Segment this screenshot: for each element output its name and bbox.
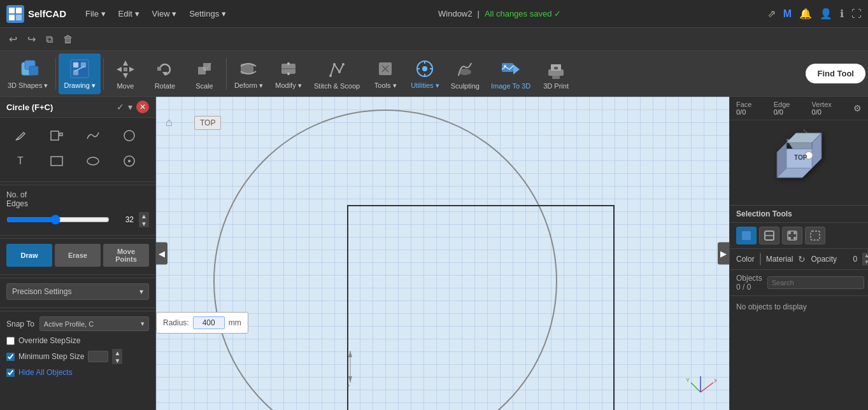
tool-image-to-3d[interactable]: Image To 3D bbox=[486, 53, 536, 94]
edges-increment[interactable]: ▲ bbox=[139, 212, 149, 220]
edges-section: No. ofEdges 32 ▲ ▼ bbox=[0, 185, 155, 232]
edges-decrement[interactable]: ▼ bbox=[139, 220, 149, 227]
selection-tools-label: Selection Tools bbox=[730, 206, 868, 223]
tool-tools[interactable]: Tools ▾ bbox=[366, 53, 404, 94]
tool-3d-print[interactable]: 3D Print bbox=[537, 53, 575, 94]
svg-text:+: + bbox=[347, 383, 350, 389]
canvas-nav-left[interactable]: ◀ bbox=[156, 243, 167, 265]
tool-drawing-label: Drawing ▾ bbox=[64, 81, 95, 90]
panel-close-button[interactable]: ✕ bbox=[136, 101, 149, 113]
sel-face-icon[interactable] bbox=[736, 227, 757, 244]
tool-stitch-scoop[interactable]: Stitch & Scoop bbox=[309, 53, 365, 94]
erase-button[interactable]: Erase bbox=[55, 244, 101, 267]
tool-modify[interactable]: Modify ▾ bbox=[269, 53, 308, 94]
opacity-input[interactable]: 0 bbox=[842, 255, 857, 264]
canvas-compass: + bbox=[341, 351, 360, 391]
min-step-decrement[interactable]: ▼ bbox=[112, 357, 122, 364]
menu-file[interactable]: File ▾ bbox=[79, 6, 112, 21]
sel-edge-icon[interactable] bbox=[759, 227, 779, 244]
tools-icon bbox=[374, 57, 397, 80]
save-status: All changes saved ✓ bbox=[485, 9, 562, 18]
sculpting-icon bbox=[453, 58, 476, 81]
svg-text:TOP: TOP bbox=[794, 154, 808, 161]
snap-dropdown[interactable]: Active Profile, C ▾ bbox=[39, 316, 149, 331]
radius-input[interactable]: 400 bbox=[193, 316, 225, 329]
tool-rotate[interactable]: Rotate bbox=[146, 53, 184, 94]
svg-marker-15 bbox=[129, 67, 134, 72]
deform-icon bbox=[237, 57, 260, 80]
move-points-button[interactable]: Move Points bbox=[103, 244, 149, 267]
canvas-home-icon[interactable]: ⌂ bbox=[166, 116, 173, 129]
tool-move[interactable]: Move bbox=[106, 53, 145, 94]
menu-settings[interactable]: Settings ▾ bbox=[183, 6, 232, 21]
fullscreen-icon[interactable]: ⛶ bbox=[851, 8, 862, 20]
draw-button[interactable]: Draw bbox=[6, 244, 52, 267]
tool-scale[interactable]: Scale bbox=[185, 53, 224, 94]
snap-arrow: ▾ bbox=[141, 320, 145, 328]
opacity-decrement[interactable]: ▼ bbox=[862, 259, 868, 265]
tool-deform[interactable]: Deform ▾ bbox=[229, 53, 268, 94]
tool-3d-shapes[interactable]: 3D Shapes ▾ bbox=[3, 53, 53, 94]
draw-tool-text[interactable]: T bbox=[6, 150, 34, 173]
tool-utilities[interactable]: Utilities ▾ bbox=[406, 53, 445, 94]
search-input[interactable] bbox=[767, 276, 864, 289]
snap-section: Snap To Active Profile, C ▾ Override Ste… bbox=[0, 311, 155, 386]
main-layout: Circle (F+C) ✓ ▾ ✕ bbox=[0, 97, 868, 410]
draw-tool-pencil[interactable] bbox=[6, 124, 34, 147]
menu-view[interactable]: View ▾ bbox=[146, 6, 183, 21]
right-panel-top: Face 0/0 Edge 0/0 Vertex 0/0 ⚙ bbox=[730, 97, 868, 120]
material-icon[interactable]: ↻ bbox=[798, 254, 806, 264]
m-icon[interactable]: M bbox=[783, 8, 792, 20]
svg-point-40 bbox=[459, 69, 471, 75]
settings-gear-icon[interactable]: ⚙ bbox=[853, 103, 862, 113]
precision-dropdown[interactable]: Precison Settings ▾ bbox=[6, 283, 149, 300]
svg-rect-75 bbox=[742, 231, 751, 240]
undoredo-bar: ↩ ↪ ⧉ 🗑 bbox=[0, 28, 868, 51]
sel-vertex-icon[interactable] bbox=[782, 227, 802, 244]
hide-objects-checkbox[interactable] bbox=[6, 369, 15, 377]
edges-slider[interactable] bbox=[6, 215, 110, 225]
draw-tool-circle-center[interactable] bbox=[115, 150, 143, 173]
tool-3d-shapes-label: 3D Shapes ▾ bbox=[8, 81, 48, 90]
find-tool-button[interactable]: Find Tool bbox=[806, 64, 865, 83]
draw-tool-curve[interactable] bbox=[79, 124, 107, 147]
opacity-spinner: ▲ ▼ bbox=[862, 253, 868, 265]
draw-tool-rectangle[interactable] bbox=[43, 150, 71, 173]
scale-icon bbox=[193, 58, 216, 81]
info-icon[interactable]: ℹ bbox=[840, 8, 844, 20]
app-name: SelfCAD bbox=[28, 8, 66, 19]
override-step-checkbox[interactable] bbox=[6, 337, 15, 345]
view-cube[interactable]: TOP bbox=[764, 127, 834, 199]
svg-text:X: X bbox=[714, 378, 716, 384]
view-cube-area: TOP bbox=[730, 120, 868, 206]
undo-button[interactable]: ↩ bbox=[5, 31, 21, 48]
canvas-nav-right[interactable]: ▶ bbox=[718, 243, 729, 265]
menu-edit[interactable]: Edit ▾ bbox=[112, 6, 146, 21]
user-icon[interactable]: 👤 bbox=[820, 8, 832, 20]
sel-object-icon[interactable] bbox=[805, 227, 825, 244]
min-step-increment[interactable]: ▲ bbox=[112, 349, 122, 357]
tool-drawing[interactable]: Drawing ▾ bbox=[59, 53, 100, 94]
draw-tool-circle-outline[interactable] bbox=[115, 124, 143, 147]
min-step-input[interactable]: 10 bbox=[88, 351, 108, 362]
color-swatch[interactable] bbox=[760, 253, 761, 265]
redo-button[interactable]: ↪ bbox=[24, 31, 39, 48]
panel-check-button[interactable]: ✓ bbox=[117, 102, 124, 112]
svg-point-80 bbox=[793, 232, 796, 234]
delete-button[interactable]: 🗑 bbox=[59, 31, 77, 48]
svg-point-54 bbox=[87, 157, 99, 165]
draw-tool-rectangle-handle[interactable] bbox=[43, 124, 71, 147]
divider bbox=[0, 274, 155, 275]
snap-value: Active Profile, C bbox=[44, 320, 94, 328]
copy-button[interactable]: ⧉ bbox=[42, 31, 57, 48]
draw-tool-ellipse[interactable] bbox=[79, 150, 107, 173]
tool-sculpting[interactable]: Sculpting bbox=[446, 53, 485, 94]
panel-dropdown-button[interactable]: ▾ bbox=[128, 102, 132, 112]
svg-rect-20 bbox=[203, 63, 211, 71]
opacity-increment[interactable]: ▲ bbox=[862, 253, 868, 259]
vertex-value: 0/0 bbox=[812, 108, 832, 116]
share-icon[interactable]: ⇗ bbox=[767, 8, 776, 20]
canvas-area[interactable]: ◀ ▶ ⌂ TOP + Radius: 400 mm bbox=[156, 97, 729, 410]
min-step-checkbox[interactable] bbox=[6, 353, 15, 361]
bell-icon[interactable]: 🔔 bbox=[799, 8, 812, 20]
